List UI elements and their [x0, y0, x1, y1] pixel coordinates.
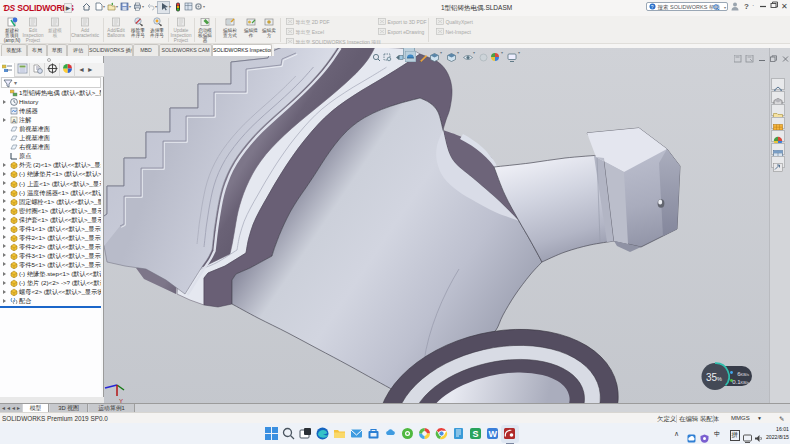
svg-text:W: W [488, 429, 497, 439]
svg-text:6KB/s: 6KB/s [737, 371, 749, 377]
svg-text:S: S [472, 429, 478, 439]
svg-text:A: A [12, 118, 16, 124]
svg-text:?: ? [651, 3, 654, 9]
svg-text:0.1KB/s: 0.1KB/s [732, 379, 749, 385]
